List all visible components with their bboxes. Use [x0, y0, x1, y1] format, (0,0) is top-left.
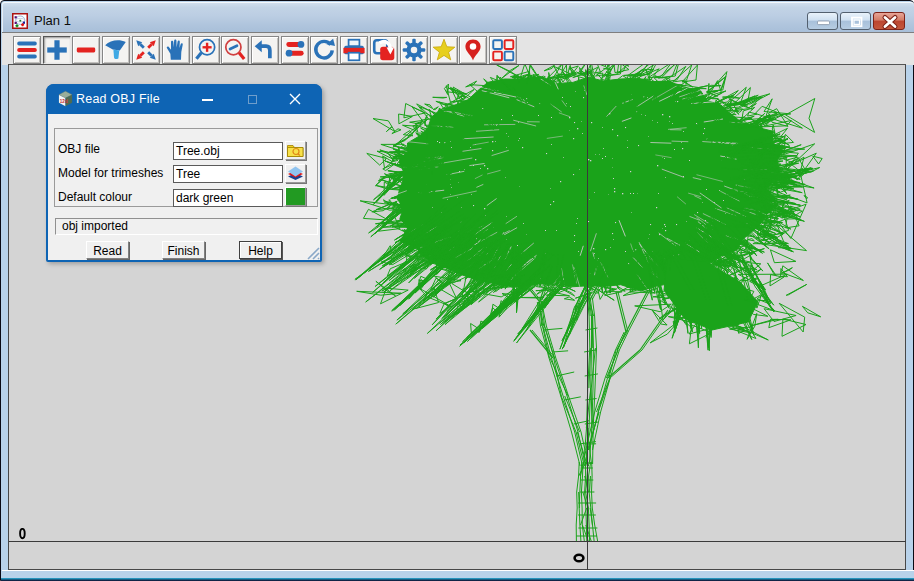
svg-text:12d: 12d [60, 99, 68, 104]
